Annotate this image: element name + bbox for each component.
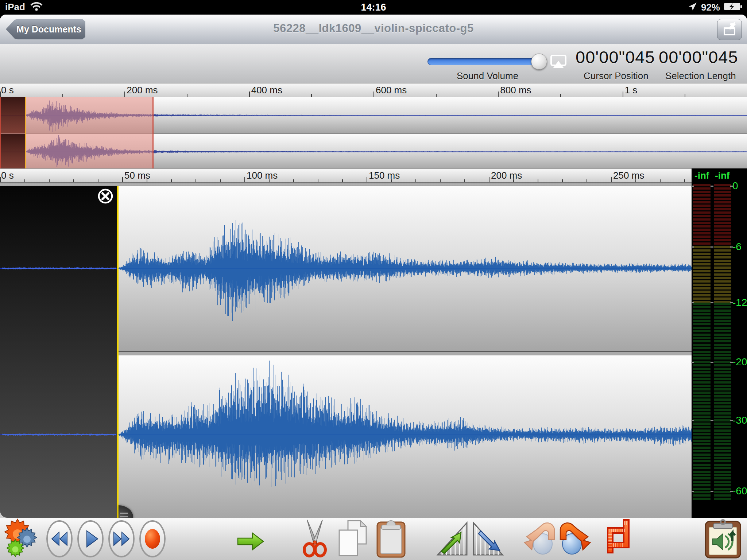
- triangle-right-icon: [77, 553, 104, 559]
- ruler-tick: [440, 179, 441, 182]
- meter-right-peak: -inf: [715, 170, 729, 181]
- meter-scale-tick: [711, 246, 713, 248]
- ruler-tick: [98, 179, 98, 182]
- double-triangle-left-icon: [46, 553, 73, 559]
- waveform-overview[interactable]: [0, 97, 747, 170]
- redo-button[interactable]: [557, 521, 591, 557]
- crop-frame-icon: [603, 553, 634, 560]
- ruler-tick-label: 400 ms: [251, 85, 282, 96]
- fade-in-button[interactable]: [436, 520, 469, 559]
- ruler-tick-label: 0 s: [1, 170, 14, 181]
- main-waveform-view[interactable]: [0, 186, 692, 518]
- meter-db-label: -60: [732, 485, 747, 497]
- ruler-tick: [49, 179, 50, 182]
- sound-volume-label: Sound Volume: [457, 70, 518, 82]
- fade-out-button[interactable]: [471, 520, 504, 559]
- ruler-tick: [560, 94, 561, 97]
- paste-audio-button[interactable]: [703, 518, 743, 560]
- meter-scale-tick: [730, 302, 733, 303]
- ruler-tick: [374, 92, 374, 97]
- clipboard-icon: [375, 553, 407, 560]
- ruler-tick: [498, 92, 499, 97]
- meter-scale-tick: [711, 491, 713, 492]
- ruler-tick: [660, 179, 661, 182]
- share-button[interactable]: [717, 19, 742, 40]
- meter-scale-tick: [711, 186, 713, 187]
- overview-waveform-canvas: [0, 97, 747, 170]
- ruler-tick: [538, 179, 538, 182]
- overview-cursor-line[interactable]: [25, 97, 26, 170]
- selection-length-value: 00'00"045: [659, 47, 738, 67]
- ruler-tick: [611, 177, 612, 182]
- selection-length-label: Selection Length: [665, 70, 736, 82]
- meter-scale-tick: [730, 186, 733, 187]
- meter-scale-tick: [711, 302, 713, 303]
- meter-db-label: 0: [732, 180, 738, 192]
- ruler-tick: [318, 179, 318, 182]
- undo-button[interactable]: [524, 521, 557, 557]
- ruler-tick: [62, 94, 63, 97]
- ruler-tick: [196, 179, 196, 182]
- ruler-tick: [342, 179, 343, 182]
- cut-button[interactable]: [300, 518, 330, 560]
- copy-button[interactable]: [337, 519, 369, 559]
- orange-curved-arrow-right-icon: [557, 551, 591, 557]
- meter-bar-left: [693, 184, 711, 500]
- ruler-tick-label: 100 ms: [247, 170, 278, 181]
- meter-segment-zone: [693, 246, 711, 303]
- sound-volume-slider[interactable]: [427, 58, 544, 65]
- meter-scale-tick: [691, 302, 694, 303]
- selection-edge-cursor[interactable]: [117, 186, 119, 518]
- location-arrow-icon: [688, 2, 697, 13]
- navigation-bar: My Documents 56228__ldk1609__violin-spic…: [0, 15, 747, 44]
- green-arrow-right-icon: [236, 547, 265, 553]
- ruler-tick: [684, 179, 685, 182]
- settings-button[interactable]: [3, 518, 38, 560]
- overview-timeline-ruler[interactable]: 0 s200 ms400 ms600 ms800 ms1 s1.2 s: [0, 83, 747, 97]
- ruler-tick: [685, 94, 685, 97]
- cursor-position-value: 00'00"045: [576, 47, 655, 67]
- meter-db-label: -6: [732, 241, 742, 253]
- meter-db-label: -12: [732, 297, 747, 308]
- cursor-position-label: Cursor Position: [584, 70, 649, 82]
- ruler-tick-label: 0 s: [1, 85, 14, 96]
- play-button[interactable]: [77, 520, 104, 559]
- ruler-tick: [415, 179, 416, 182]
- go-to-end-button[interactable]: [236, 531, 265, 553]
- meter-segment-zone: [714, 184, 731, 246]
- meter-segment-zone: [693, 184, 711, 246]
- ruler-tick: [489, 177, 489, 182]
- ruler-tick: [122, 177, 123, 182]
- crop-button[interactable]: [603, 518, 634, 560]
- scissors-icon: [300, 553, 330, 560]
- ruler-tick-label: 600 ms: [376, 85, 407, 96]
- orange-curved-arrow-left-icon: [524, 551, 557, 557]
- ruler-tick: [73, 179, 74, 182]
- ruler-tick-label: 250 ms: [613, 170, 644, 181]
- rewind-button[interactable]: [46, 520, 73, 559]
- sound-volume-knob[interactable]: [531, 54, 547, 70]
- airplay-icon[interactable]: [550, 54, 567, 70]
- double-triangle-right-icon: [108, 553, 135, 559]
- ruler-tick-label: 50 ms: [124, 170, 150, 181]
- record-button[interactable]: [139, 520, 166, 559]
- meter-scale-tick: [730, 491, 733, 492]
- fast-forward-button[interactable]: [108, 520, 135, 559]
- ruler-tick-label: 200 ms: [491, 170, 522, 181]
- ruler-tick: [436, 94, 437, 97]
- meter-db-label: -30: [732, 415, 747, 426]
- meter-scale-tick: [711, 420, 713, 421]
- meter-segment-zone: [693, 303, 711, 500]
- ruler-tick: [367, 177, 367, 182]
- ruler-tick: [187, 94, 187, 97]
- main-timeline-ruler[interactable]: 0 s50 ms100 ms150 ms200 ms250 ms: [0, 168, 692, 183]
- meter-scale-tick: [691, 491, 694, 492]
- status-bar: iPad 14:16 92%: [0, 0, 747, 15]
- meter-scale-tick: [711, 362, 713, 363]
- paste-button[interactable]: [375, 518, 407, 560]
- ramp-down-blue-arrow-icon: [471, 552, 504, 558]
- clear-selection-button[interactable]: [97, 188, 114, 205]
- meter-scale-tick: [730, 246, 733, 248]
- ruler-divider-strip: [0, 182, 692, 186]
- meter-scale-tick: [691, 246, 694, 248]
